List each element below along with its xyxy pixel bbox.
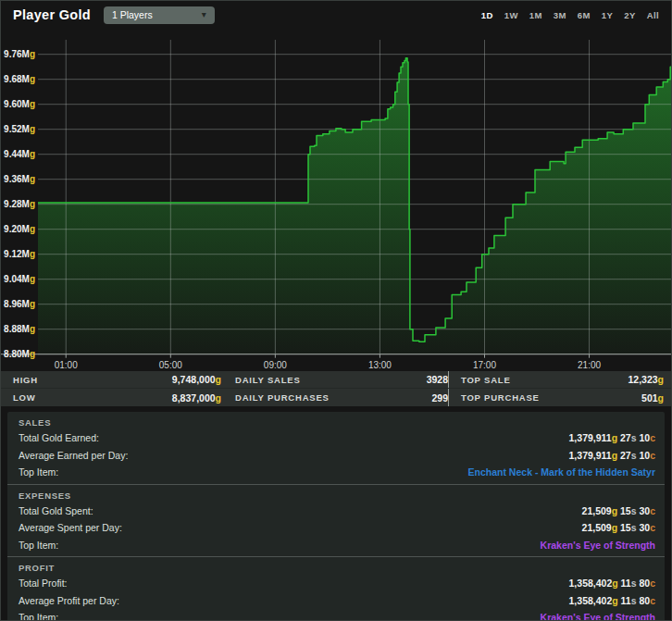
range-button-2y[interactable]: 2Y	[624, 10, 635, 20]
section-profit: PROFITTotal Profit:1,358,402g 11s 80cAve…	[7, 556, 665, 621]
stats-group: LOW8,837,000g	[1, 389, 221, 406]
stats-group: DAILY SALES3928	[235, 371, 448, 388]
currency-copper-suffix: c	[650, 505, 655, 516]
money-amount: 27	[617, 432, 631, 443]
summary-money-value: 1,358,402g 11s 80c	[569, 578, 655, 589]
section-sales: SALESTotal Gold Earned:1,379,911g 27s 10…	[7, 412, 665, 484]
range-button-1y[interactable]: 1Y	[602, 10, 613, 20]
x-axis-label: 05:00	[159, 360, 182, 370]
stat-label: HIGH	[13, 375, 38, 385]
stat-number: 9,748,000	[172, 374, 216, 385]
section-expenses: EXPENSESTotal Gold Spent:21,509g 15s 30c…	[7, 484, 665, 557]
header: Player Gold 1 Players ▾ 1D1W1M3M6M1Y2YAl…	[1, 1, 671, 29]
currency-gold-suffix: g	[216, 392, 221, 404]
summary-label: Total Gold Spent:	[19, 505, 93, 516]
summary-money-value: 1,379,911g 27s 10c	[569, 450, 655, 461]
range-button-6m[interactable]: 6M	[578, 10, 591, 20]
summary-label: Top Item:	[19, 540, 58, 551]
summary-label: Top Item:	[19, 466, 58, 478]
y-axis-label: 9.12Mg	[4, 249, 35, 259]
x-axis-label: 21:00	[578, 360, 601, 370]
stat-number: 501	[641, 392, 658, 404]
summary-row: Top Item:Kraken's Eye of Strength	[7, 537, 665, 554]
y-axis-label: 9.52Mg	[4, 124, 35, 134]
stats-group: DAILY PURCHASES299	[235, 389, 448, 406]
summary-row: Average Spent per Day:21,509g 15s 30c	[7, 519, 665, 537]
currency-copper-suffix: c	[650, 450, 655, 461]
money-amount: 11	[618, 578, 631, 589]
summary-row: Top Item:Enchant Neck - Mark of the Hidd…	[7, 464, 665, 481]
y-axis-label: 9.04Mg	[4, 274, 35, 284]
stat-label: DAILY SALES	[235, 375, 301, 385]
x-axis-label: 17:00	[473, 360, 496, 370]
money-amount: 1,379,911	[569, 450, 612, 461]
stats-bar: HIGH9,748,000gDAILY SALES3928TOP SALE12,…	[1, 371, 671, 406]
currency-gold-suffix: g	[658, 392, 664, 404]
money-amount: 1,358,402	[569, 595, 613, 606]
range-button-1d[interactable]: 1D	[481, 10, 493, 20]
stats-group: TOP SALE12,323g	[448, 371, 671, 388]
money-amount: 80	[637, 578, 651, 589]
currency-gold-suffix: g	[658, 374, 664, 385]
summary-label: Average Earned per Day:	[19, 450, 128, 461]
stat-number: 3928	[427, 374, 448, 385]
stat-label: DAILY PURCHASES	[235, 392, 330, 403]
money-amount: 15	[617, 522, 631, 533]
range-button-3m[interactable]: 3M	[554, 10, 566, 20]
range-button-all[interactable]: All	[647, 10, 659, 20]
summary-row: Average Earned per Day:1,379,911g 27s 10…	[7, 447, 665, 465]
players-dropdown[interactable]: 1 Players ▾	[104, 6, 215, 24]
summary-money-value: 1,358,402g 11s 80c	[569, 595, 655, 606]
x-axis-label: 09:00	[264, 360, 287, 370]
stat-number: 8,837,000	[172, 392, 216, 404]
money-amount: 30	[637, 522, 651, 533]
y-axis-label: 9.36Mg	[4, 174, 35, 184]
currency-copper-suffix: c	[650, 522, 655, 533]
stat-value: 299	[431, 392, 448, 404]
stat-label: TOP PURCHASE	[461, 392, 540, 403]
stat-number: 12,323	[628, 374, 657, 385]
summary-row: Total Profit:1,358,402g 11s 80c	[7, 575, 665, 592]
stats-row: HIGH9,748,000gDAILY SALES3928TOP SALE12,…	[1, 371, 671, 389]
y-axis-label: 9.44Mg	[4, 149, 35, 159]
gold-tracker-window: Player Gold 1 Players ▾ 1D1W1M3M6M1Y2YAl…	[0, 0, 672, 621]
y-axis-label: 8.88Mg	[4, 324, 35, 334]
money-amount: 11	[618, 595, 631, 606]
stat-number: 299	[431, 392, 448, 404]
summary-row: Total Gold Earned:1,379,911g 27s 10c	[7, 429, 665, 447]
summary-label: Total Gold Earned:	[19, 432, 99, 443]
summary-money-value: 21,509g 15s 30c	[582, 505, 655, 516]
currency-copper-suffix: c	[650, 595, 655, 606]
money-amount: 1,379,911	[569, 432, 612, 443]
stats-group: HIGH9,748,000g	[1, 371, 221, 388]
summary-row: Total Gold Spent:21,509g 15s 30c	[7, 503, 665, 520]
y-axis-label: 8.96Mg	[4, 299, 35, 309]
y-axis-label: 9.68Mg	[4, 74, 35, 84]
section-title: SALES	[7, 416, 665, 429]
y-axis-label: 9.20Mg	[4, 224, 35, 234]
money-amount: 10	[637, 432, 651, 443]
summary-label: Average Spent per Day:	[19, 522, 122, 533]
stat-value: 8,837,000g	[172, 392, 221, 404]
stat-value: 12,323g	[628, 374, 664, 385]
top-item-link[interactable]: Enchant Neck - Mark of the Hidden Satyr	[468, 466, 655, 478]
range-buttons: 1D1W1M3M6M1Y2YAll	[481, 10, 659, 20]
top-item-link[interactable]: Kraken's Eye of Strength	[541, 540, 655, 551]
summary-money-value: 1,379,911g 27s 10c	[569, 432, 655, 443]
currency-gold-suffix: g	[216, 374, 221, 385]
top-item-link[interactable]: Kraken's Eye of Strength	[541, 612, 655, 621]
chevron-down-icon: ▾	[202, 10, 206, 19]
stat-label: LOW	[13, 392, 36, 403]
stat-label: TOP SALE	[461, 375, 511, 385]
range-button-1m[interactable]: 1M	[529, 10, 542, 20]
money-amount: 80	[637, 595, 651, 606]
money-amount: 27	[617, 450, 631, 461]
y-axis-label: 8.80Mg	[4, 349, 35, 359]
gold-chart: 01:0005:0009:0013:0017:0021:008.80Mg8.88…	[1, 29, 672, 371]
range-button-1w[interactable]: 1W	[504, 10, 518, 20]
page-title: Player Gold	[13, 7, 91, 22]
summary-label: Total Profit:	[19, 578, 68, 589]
money-amount: 30	[637, 505, 651, 516]
summary-row: Top Item:Kraken's Eye of Strength	[7, 609, 665, 621]
stat-value: 3928	[427, 374, 448, 385]
